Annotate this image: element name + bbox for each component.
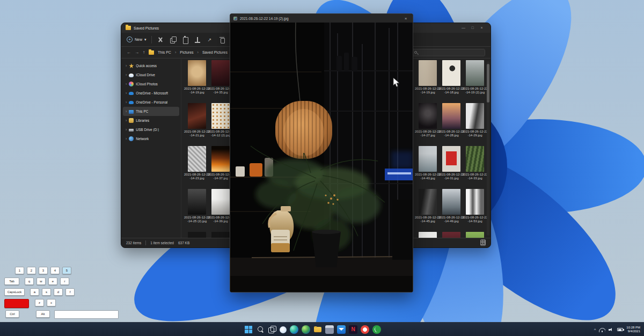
- forward-icon[interactable]: →: [135, 50, 139, 55]
- search-icon[interactable]: [256, 325, 265, 334]
- file-item[interactable]: 2021-08-26-12-22-14-47.jpg: [416, 232, 439, 238]
- file-item[interactable]: 2021-08-26-12-22-14-18.jpg: [440, 60, 463, 103]
- file-thumbnail: [466, 60, 484, 86]
- task-view-icon[interactable]: [268, 325, 276, 334]
- file-item[interactable]: 2021-08-26-12-22-14-27.jpg: [186, 232, 208, 238]
- paste-icon[interactable]: [181, 36, 189, 43]
- key-r[interactable]: r: [60, 277, 69, 285]
- sidebar-item-label: iCloud Drive: [136, 73, 155, 77]
- xbox-icon[interactable]: [372, 325, 381, 334]
- key-z[interactable]: z: [35, 299, 44, 306]
- file-item[interactable]: 2021-08-26-12-22-14-23.jpg: [186, 146, 208, 189]
- file-item[interactable]: 2021-08-26-12-22-14-12 (2).jpg: [209, 103, 232, 146]
- back-icon[interactable]: ←: [127, 50, 131, 55]
- file-thumbnail: [466, 146, 484, 172]
- sidebar-item-icloud-photos[interactable]: ›iCloud Photos: [123, 79, 179, 89]
- file-item[interactable]: 2021-08-26-12-22-14-37.jpg: [209, 146, 232, 189]
- search-box[interactable]: [411, 49, 485, 56]
- file-item[interactable]: 2021-08-26-12-22-14-21.jpg: [186, 103, 208, 146]
- taskbar-clock[interactable]: 10:28 PM 9/4/2021: [626, 326, 640, 334]
- viewer-title-bar[interactable]: 2021-08-26-12-22 14-19 (2).jpg ×: [230, 14, 413, 23]
- key-f[interactable]: f: [65, 288, 75, 296]
- file-thumbnail: [442, 103, 460, 129]
- file-item[interactable]: 2021-08-26-12-22-14-27.jpg: [416, 103, 439, 146]
- file-item[interactable]: 2021-08-26-12-22-14-19 (2).jpg: [464, 60, 486, 103]
- key-capslock[interactable]: CapsLock: [4, 288, 25, 296]
- file-item[interactable]: 2021-08-26-12-22-14-29.jpg: [464, 103, 486, 146]
- wifi-icon[interactable]: [599, 327, 605, 332]
- file-item[interactable]: 2021-08-26-12-22-14-19.jpg: [186, 60, 208, 103]
- file-item[interactable]: 2021-08-26-12-22-14-41.jpg: [209, 232, 232, 238]
- breadcrumb-segment[interactable]: This PC: [158, 50, 171, 54]
- key-4[interactable]: 4: [50, 267, 60, 274]
- key-q[interactable]: q: [25, 277, 34, 285]
- libraries-icon: [129, 118, 134, 123]
- sidebar-item-onedrive-personal[interactable]: ›OneDrive - Personal: [123, 98, 179, 107]
- key-e[interactable]: e: [48, 277, 57, 285]
- file-item[interactable]: 2021-08-26-12-22-14-51.jpg: [440, 232, 463, 238]
- key-w[interactable]: w: [36, 277, 46, 285]
- file-item[interactable]: 2021-08-26-12-22-14-49.jpg: [440, 189, 463, 232]
- cut-icon[interactable]: [157, 36, 164, 43]
- file-item[interactable]: 2021-08-26-12-22-14-45.jpg: [416, 189, 439, 232]
- key-s[interactable]: s: [42, 288, 51, 296]
- sidebar-item-network[interactable]: ›Network: [123, 134, 179, 143]
- minimize-button[interactable]: —: [459, 23, 468, 33]
- file-item[interactable]: 2021-08-26-12-22-14-43.jpg: [416, 146, 439, 189]
- sidebar-item-icloud-drive[interactable]: ›iCloud Drive: [123, 70, 179, 79]
- key-d[interactable]: d: [54, 288, 63, 296]
- key-alt[interactable]: Alt: [36, 310, 50, 318]
- file-item[interactable]: 2021-08-26-12-22-14-35.jpg: [209, 60, 232, 103]
- breadcrumb-segment[interactable]: Saved Pictures: [202, 50, 228, 54]
- thumbnail-view-icon[interactable]: [480, 239, 486, 245]
- new-button[interactable]: + New ▾: [127, 36, 147, 42]
- key-x[interactable]: x: [47, 299, 56, 306]
- mail-icon[interactable]: [337, 325, 346, 334]
- up-icon[interactable]: ↑: [143, 50, 145, 55]
- sidebar-item-quick-access[interactable]: ›Quick access: [123, 61, 179, 70]
- file-item[interactable]: 2021-08-26-12-22-14-31.jpg: [440, 146, 463, 189]
- edge-icon[interactable]: [290, 325, 298, 334]
- file-item[interactable]: 2021-08-26-12-22-14-33.jpg: [464, 146, 486, 189]
- file-item[interactable]: 2021-08-26-12-22-14-19.jpg: [416, 60, 439, 103]
- file-explorer-icon[interactable]: [313, 325, 322, 334]
- rename-icon[interactable]: [194, 36, 201, 43]
- scrollbar[interactable]: [487, 61, 489, 236]
- battery-icon[interactable]: [617, 328, 623, 331]
- scrollbar-thumb[interactable]: [487, 64, 489, 103]
- netflix-icon[interactable]: N: [349, 325, 357, 334]
- microsoft-store-icon[interactable]: [325, 325, 334, 334]
- start-icon[interactable]: [244, 325, 253, 334]
- key-1[interactable]: 1: [15, 267, 24, 274]
- office-icon[interactable]: [361, 325, 369, 334]
- file-item[interactable]: 2021-08-26-12-22-14-53.jpg: [464, 189, 486, 232]
- key-tab[interactable]: Tab: [4, 277, 19, 285]
- volume-icon[interactable]: [609, 327, 614, 332]
- file-item[interactable]: 2021-08-26-12-22-14-55.jpg: [464, 232, 486, 238]
- sidebar-item-usb-drive-d-[interactable]: ›USB Drive (D:): [123, 125, 179, 134]
- sidebar-item-onedrive-microsoft[interactable]: ›OneDrive - Microsoft: [123, 89, 179, 98]
- key-3[interactable]: 3: [39, 267, 48, 274]
- hidden-icons-chevron[interactable]: ^: [594, 328, 596, 332]
- copy-icon[interactable]: [169, 36, 177, 43]
- widgets-icon[interactable]: [280, 326, 287, 333]
- key-ctrl[interactable]: Ctrl: [5, 310, 19, 318]
- sidebar-item-this-pc[interactable]: ›This PC: [123, 107, 179, 116]
- chevron-right-icon: ›: [126, 73, 127, 77]
- delete-icon[interactable]: [218, 36, 226, 43]
- share-icon[interactable]: ↗: [206, 36, 214, 43]
- key-2[interactable]: 2: [27, 267, 36, 274]
- key-shift[interactable]: Shift: [4, 299, 29, 308]
- file-item[interactable]: 2021-08-26-12-22-14-39.jpg: [209, 189, 232, 232]
- key-5[interactable]: 5: [62, 267, 71, 274]
- file-item[interactable]: 2021-08-26-12-22-14-25 (2).jpg: [186, 189, 208, 232]
- maximize-button[interactable]: □: [468, 23, 477, 33]
- breadcrumb-segment[interactable]: Pictures: [180, 50, 193, 54]
- keypad-input[interactable]: [54, 310, 119, 319]
- edge-beta-icon[interactable]: [302, 325, 310, 334]
- file-item[interactable]: 2021-08-26-12-22-14-28.jpg: [440, 103, 463, 146]
- viewer-close-button[interactable]: ×: [402, 16, 409, 21]
- close-button[interactable]: ×: [477, 23, 486, 33]
- key-a[interactable]: a: [30, 288, 39, 296]
- sidebar-item-libraries[interactable]: ›Libraries: [123, 116, 179, 125]
